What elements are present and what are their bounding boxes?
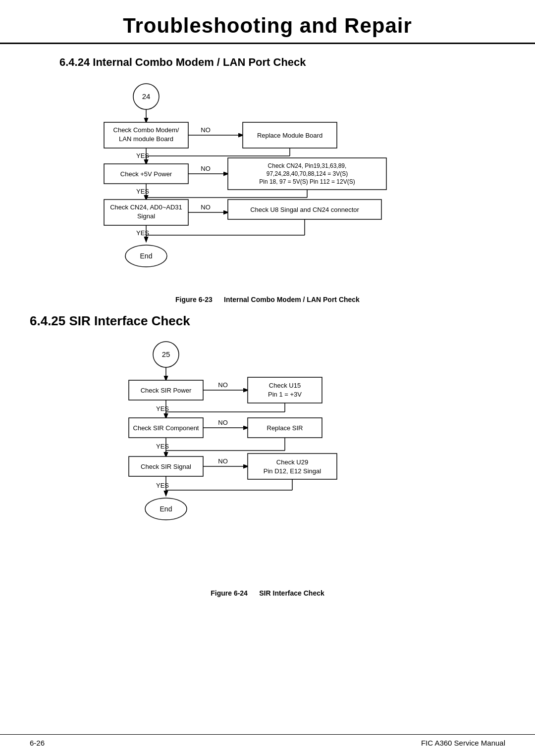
svg-text:YES: YES [156, 443, 169, 450]
section-625: 6.4.25 SIR Interface Check 25 Check SIR … [0, 313, 535, 597]
page-footer: 6-26 FIC A360 Service Manual [0, 734, 535, 747]
svg-text:Check SIR Component: Check SIR Component [133, 424, 199, 432]
footer-right: FIC A360 Service Manual [421, 739, 505, 747]
figure-625-caption: Figure 6-24 SIR Interface Check [30, 589, 505, 597]
svg-text:Pin 1 = +3V: Pin 1 = +3V [268, 391, 302, 398]
svg-text:Replace Module Board: Replace Module Board [257, 132, 322, 139]
svg-text:Check CN24, AD0~AD31: Check CN24, AD0~AD31 [110, 203, 182, 211]
svg-text:LAN module Board: LAN module Board [119, 135, 173, 143]
page-title: Troubleshooting and Repair [30, 14, 505, 38]
svg-text:Pin D12, E12 Singal: Pin D12, E12 Singal [264, 467, 321, 475]
page: Troubleshooting and Repair 6.4.24 Intern… [0, 0, 535, 756]
svg-text:Check U8 Singal and CN24 conne: Check U8 Singal and CN24 connector [250, 206, 359, 213]
svg-text:NO: NO [201, 203, 211, 211]
svg-text:End: End [140, 252, 153, 260]
flowchart-624: 24 Check Combo Modem/ LAN module Board N… [54, 79, 481, 292]
svg-text:24: 24 [142, 92, 151, 101]
svg-text:NO: NO [218, 419, 228, 426]
svg-text:Check  CN24, Pin19,31,63,89,: Check CN24, Pin19,31,63,89, [268, 162, 347, 169]
svg-text:25: 25 [162, 350, 170, 358]
svg-text:Check U29: Check U29 [276, 458, 308, 466]
flowchart-625: 25 Check SIR Power NO Check U15 Pin 1 = … [79, 338, 456, 585]
svg-text:Check SIR Power: Check SIR Power [141, 387, 192, 394]
figure-624-title: Internal Combo Modem / LAN Port Check [224, 296, 360, 303]
footer-left: 6-26 [30, 739, 45, 747]
svg-text:NO: NO [201, 165, 211, 172]
figure-625-label: Figure 6-24 [211, 589, 248, 597]
svg-text:Check SIR Signal: Check SIR Signal [141, 463, 191, 470]
section-624: 6.4.24 Internal Combo Modem / LAN Port C… [0, 56, 535, 303]
svg-text:Pin 18, 97 = 5V(S) Pin 112 = 1: Pin 18, 97 = 5V(S) Pin 112 = 12V(S) [259, 178, 355, 185]
svg-text:NO: NO [218, 457, 228, 465]
svg-text:97,24,28,40,70,88,124 = 3V(S): 97,24,28,40,70,88,124 = 3V(S) [267, 170, 348, 177]
svg-text:Check U15: Check U15 [269, 382, 301, 389]
svg-text:YES: YES [136, 188, 149, 195]
svg-text:YES: YES [156, 482, 169, 489]
figure-625-title: SIR Interface Check [259, 589, 324, 597]
svg-text:NO: NO [218, 381, 228, 389]
section-625-heading: 6.4.25 SIR Interface Check [30, 313, 505, 329]
svg-rect-72 [248, 454, 337, 479]
svg-rect-49 [248, 377, 322, 403]
page-header: Troubleshooting and Repair [0, 0, 535, 44]
section-624-heading: 6.4.24 Internal Combo Modem / LAN Port C… [30, 56, 505, 69]
svg-text:Signal: Signal [137, 212, 155, 220]
svg-text:Check Combo Modem/: Check Combo Modem/ [113, 126, 179, 134]
svg-text:Check +5V Power: Check +5V Power [120, 170, 172, 178]
svg-text:End: End [160, 505, 172, 513]
figure-624-caption: Figure 6-23 Internal Combo Modem / LAN P… [30, 296, 505, 303]
figure-624-label: Figure 6-23 [175, 296, 213, 303]
svg-text:Replace SIR: Replace SIR [267, 424, 303, 432]
svg-text:NO: NO [201, 126, 211, 134]
svg-text:YES: YES [156, 405, 169, 412]
